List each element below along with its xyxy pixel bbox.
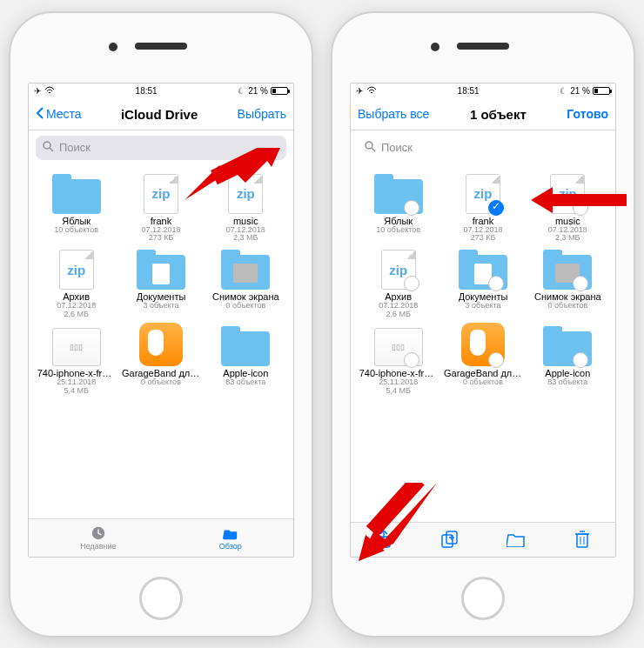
file-thumbnail: zip [135,172,187,214]
search-bar[interactable]: Поиск [358,136,608,160]
file-thumbnail: zip [50,248,103,290]
file-meta: 83 объекта [547,378,587,387]
delete-button[interactable] [573,530,592,549]
moon-icon: ☾ [238,86,245,96]
home-button[interactable] [461,577,505,620]
file-item[interactable]: Яблык10 объектов [36,172,117,244]
phone-right: ✈︎ 18:51 ☾ 21 % Выбрать все 1 объект Гот… [331,11,635,638]
file-item[interactable]: zipmusic07.12.20182,3 МБ [527,172,608,244]
file-thumbnail: zip [457,172,509,214]
file-meta: 0 объектов [225,302,265,311]
home-button[interactable] [139,577,183,620]
tab-recents[interactable]: Недавние [80,525,116,551]
file-item[interactable]: GarageBand для iOS0 объектов [442,324,523,396]
file-thumbnail [135,248,187,290]
share-button[interactable] [374,530,393,549]
status-time: 18:51 [136,86,158,96]
svg-rect-10 [442,535,453,547]
svg-line-1 [50,148,53,151]
speaker [135,43,187,50]
file-item[interactable]: Снимок экрана0 объектов [527,248,608,319]
search-bar[interactable]: Поиск [36,136,286,160]
phone-left: ✈︎ 18:51 ☾ 21 % Места iCloud Drive Выбра… [9,11,313,638]
file-item[interactable]: ▯▯▯740-iphone-x-frame25.11.20185,4 МБ [36,324,117,396]
search-icon [43,141,54,155]
selection-checkbox[interactable] [488,352,504,368]
status-bar: ✈︎ 18:51 ☾ 21 % [351,84,615,99]
battery-icon [593,87,610,95]
file-item[interactable]: zipАрхив07.12.20182,6 МБ [358,248,439,319]
selection-checkbox[interactable] [404,276,419,291]
file-item[interactable]: Apple-icon83 объекта [205,324,286,396]
speaker [457,43,509,50]
wifi-icon [44,86,55,97]
file-thumbnail: zip [219,172,272,214]
file-item[interactable]: zipfrank07.12.2018273 КБ [442,172,523,244]
svg-rect-14 [577,534,587,547]
file-item[interactable]: zipfrank07.12.2018273 КБ [120,172,201,244]
file-name: music [233,216,258,226]
file-item[interactable]: GarageBand для iOS0 объектов [120,324,201,396]
file-item[interactable]: Документы3 объекта [120,248,201,319]
screen-left: ✈︎ 18:51 ☾ 21 % Места iCloud Drive Выбра… [28,83,294,558]
search-placeholder: Поиск [59,141,91,154]
battery-text: 21 % [248,86,268,96]
file-thumbnail [135,324,187,366]
selection-checkbox[interactable] [573,200,588,216]
front-camera [109,43,117,51]
select-button[interactable]: Выбрать [238,107,286,121]
selection-toolbar [351,522,615,557]
tab-browse[interactable]: Обзор [219,525,242,551]
file-meta: 10 объектов [376,226,420,235]
file-grid: Яблык10 объектовzipfrank07.12.2018273 КБ… [351,165,615,522]
nav-title: 1 объект [470,107,527,122]
selection-checkbox[interactable] [404,200,419,216]
svg-line-7 [372,148,375,151]
nav-bar: Места iCloud Drive Выбрать [29,99,293,130]
screen-right: ✈︎ 18:51 ☾ 21 % Выбрать все 1 объект Гот… [350,83,616,558]
file-item[interactable]: zipmusic07.12.20182,3 МБ [205,172,286,244]
tab-recents-label: Недавние [80,542,116,551]
file-name: music [555,216,580,226]
file-thumbnail [219,248,272,290]
svg-point-0 [44,142,50,149]
tab-bar: Недавние Обзор [29,518,293,557]
back-button[interactable]: Места [36,107,82,122]
file-item[interactable]: Снимок экрана0 объектов [205,248,286,319]
status-bar: ✈︎ 18:51 ☾ 21 % [29,84,293,99]
file-meta: 5,4 МБ [64,387,88,396]
file-meta: 3 объекта [465,302,500,311]
move-button[interactable] [506,530,526,549]
file-meta: 0 объектов [547,302,587,311]
back-label: Места [46,107,82,121]
file-thumbnail: zip [372,248,425,290]
selection-checkbox[interactable] [488,200,504,216]
airplane-icon: ✈︎ [34,86,41,96]
duplicate-button[interactable] [440,530,460,549]
file-meta: 2,6 МБ [64,311,88,319]
file-thumbnail: ▯▯▯ [372,324,425,366]
tab-browse-label: Обзор [219,542,242,551]
battery-icon [271,87,288,95]
file-thumbnail [541,248,594,290]
file-name: Яблык [384,216,413,226]
done-button[interactable]: Готово [567,107,608,121]
file-grid: Яблык10 объектовzipfrank07.12.2018273 КБ… [29,165,293,518]
file-name: Яблык [62,216,91,226]
chevron-left-icon [36,107,44,122]
file-item[interactable]: zipАрхив07.12.20182,6 МБ [36,248,117,319]
file-item[interactable]: Документы3 объекта [442,248,523,319]
moon-icon: ☾ [560,86,567,96]
file-item[interactable]: Яблык10 объектов [358,172,439,244]
file-thumbnail [372,172,425,214]
selection-checkbox[interactable] [404,352,419,368]
svg-point-6 [366,142,372,149]
file-thumbnail [541,324,594,366]
file-item[interactable]: ▯▯▯740-iphone-x-frame25.11.20185,4 МБ [358,324,439,396]
file-thumbnail [50,172,103,214]
file-meta: 2,3 МБ [233,234,258,243]
file-thumbnail: zip [541,172,594,214]
select-all-button[interactable]: Выбрать все [358,107,429,121]
nav-bar: Выбрать все 1 объект Готово [351,99,615,130]
file-item[interactable]: Apple-icon83 объекта [527,324,608,396]
